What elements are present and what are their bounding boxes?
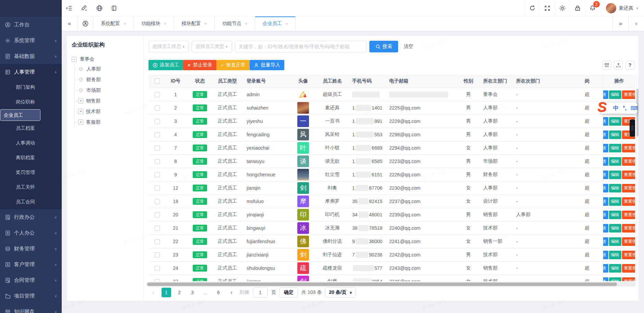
sidebar-subitem[interactable]: 人事调动 [0, 136, 62, 150]
tree-node-客服部[interactable]: +客服部 [74, 117, 139, 127]
ime-punct-button[interactable]: °, [623, 105, 627, 111]
lock-screen-button[interactable] [570, 0, 585, 16]
row-checkbox[interactable] [155, 279, 160, 281]
keyword-input[interactable] [235, 41, 367, 52]
action-恢复正常[interactable]: ✓恢复正常 [216, 60, 250, 70]
refresh-button[interactable] [525, 0, 540, 16]
fullscreen-button[interactable] [540, 0, 555, 16]
row-checkbox[interactable] [155, 199, 160, 204]
ime-keyboard-button[interactable]: ⌨ [631, 105, 638, 111]
edit-button[interactable]: 编辑 [609, 277, 621, 281]
expand-plus-icon[interactable]: + [78, 120, 83, 125]
employee-type-select[interactable]: 选择员工类型 ▼ [192, 41, 232, 52]
tabs-scroll-left-button[interactable]: « [62, 16, 77, 31]
sidebar-item-6[interactable]: 财务管理∨ [0, 241, 62, 256]
action-批量导入[interactable]: 批量导入 [250, 60, 284, 70]
sidebar-item-2[interactable]: 基础数据∨ [0, 48, 62, 64]
row-checkbox[interactable] [155, 146, 160, 151]
detail-button[interactable]: 详情 [603, 144, 608, 152]
row-checkbox[interactable] [155, 212, 160, 217]
tree-node-销售部[interactable]: +销售部 [74, 96, 139, 106]
ime-mode-button[interactable]: 中 [613, 105, 619, 112]
sidebar-subitem[interactable]: 部门架构 [0, 80, 62, 95]
tree-node-人事部[interactable]: 人事部 [74, 64, 139, 74]
row-checkbox[interactable] [155, 132, 160, 137]
action-添加员工[interactable]: 添加员工 [148, 60, 183, 70]
collapse-menu-icon[interactable] [62, 0, 77, 16]
page-size-select[interactable]: 20 条/页 ∨ [325, 287, 356, 298]
reset-password-button[interactable]: 重置密码 [622, 264, 635, 273]
sidebar-item-1[interactable]: 系统管理∨ [0, 33, 62, 48]
reset-password-button[interactable]: 重置密码 [622, 144, 635, 152]
detail-button[interactable]: 详情 [603, 157, 608, 166]
detail-button[interactable]: 详情 [603, 184, 608, 192]
goto-page-input[interactable] [253, 287, 268, 298]
edit-button[interactable]: 编辑 [609, 264, 621, 273]
edit-button[interactable]: 编辑 [609, 117, 621, 126]
next-page-button[interactable]: › [227, 288, 236, 297]
language-globe-icon[interactable] [92, 0, 107, 16]
help-icon-button[interactable]: ? [625, 61, 634, 70]
reset-password-button[interactable]: 重置密码 [622, 157, 635, 166]
reset-password-button[interactable]: 重置密码 [622, 171, 635, 179]
sidebar-item-3[interactable]: 人事管理∧ [0, 64, 62, 80]
row-checkbox[interactable] [155, 119, 160, 124]
theme-brush-icon[interactable]: A [77, 0, 92, 16]
reset-password-button[interactable]: 重置密码 [622, 237, 635, 246]
reset-password-button[interactable]: 重置密码 [622, 211, 635, 219]
tree-node-市场部[interactable]: 市场部 [74, 85, 139, 96]
edit-button[interactable]: 编辑 [609, 197, 621, 206]
tree-node-财务部[interactable]: 财务部 [74, 74, 139, 85]
row-checkbox[interactable] [155, 92, 160, 97]
reset-password-button[interactable]: 重置密码 [622, 224, 635, 233]
sidebar-item-7[interactable]: 客户管理∨ [0, 256, 62, 272]
sidebar-item-5[interactable]: 个人办公∨ [0, 225, 62, 241]
horizontal-scrollbar-thumb[interactable] [147, 283, 617, 286]
reset-password-button[interactable]: 重置密码 [622, 184, 635, 192]
user-menu[interactable]: 素还真 ∨ [600, 0, 644, 16]
edit-button[interactable]: 编辑 [609, 224, 621, 233]
sidebar-subitem[interactable]: 员工关怀 [0, 180, 62, 195]
sidebar-subitem[interactable]: 奖罚管理 [0, 165, 62, 180]
row-checkbox[interactable] [155, 186, 160, 191]
close-icon[interactable]: × [204, 21, 207, 26]
edit-button[interactable]: 编辑 [609, 184, 621, 192]
page-button-6[interactable]: 6 [214, 288, 223, 297]
home-tab-button[interactable] [77, 16, 93, 31]
tree-node-技术部[interactable]: +技术部 [74, 106, 139, 117]
detail-button[interactable]: 详情 [603, 130, 608, 139]
select-all-checkbox[interactable] [155, 78, 160, 84]
tab-系统配置[interactable]: 系统配置× [93, 16, 134, 31]
edit-button[interactable]: 编辑 [609, 144, 621, 152]
tabs-scroll-right-button[interactable]: » [612, 16, 628, 31]
row-checkbox[interactable] [155, 226, 160, 231]
detail-button[interactable]: 详情 [603, 277, 608, 281]
prev-page-button[interactable]: ‹ [148, 288, 158, 297]
tree-node-root[interactable]: −董事会 [72, 55, 139, 64]
sidebar-subitem[interactable]: 离职档案 [0, 150, 62, 165]
sidebar-subitem[interactable]: 员工合同 [0, 195, 62, 209]
reset-password-button[interactable]: 重置密码 [622, 251, 635, 259]
export-icon-button[interactable] [614, 61, 623, 70]
page-button-3[interactable]: 3 [188, 288, 197, 297]
sidebar-item-4[interactable]: 行政办公∨ [0, 209, 62, 225]
detail-button[interactable]: 详情 [603, 264, 608, 273]
sidebar-item-8[interactable]: 合同管理∨ [0, 272, 62, 288]
collapse-minus-icon[interactable]: − [72, 57, 77, 62]
floating-scroll-indicator[interactable] [630, 120, 635, 137]
detail-button[interactable]: 详情 [603, 90, 608, 99]
detail-button[interactable]: 详情 [603, 171, 608, 179]
detail-button[interactable]: 详情 [603, 237, 608, 246]
reset-password-button[interactable]: 重置密码 [622, 90, 635, 99]
notifications-button[interactable]: 2 [585, 0, 600, 16]
sidebar-subitem[interactable]: 岗位职称 [0, 95, 62, 109]
settings-button[interactable] [555, 0, 570, 16]
sidebar-item-10[interactable]: 知识网盘∨ [0, 304, 62, 313]
horizontal-scrollbar[interactable] [146, 282, 636, 287]
search-button[interactable]: 搜索 [369, 41, 398, 52]
edit-button[interactable]: 编辑 [609, 171, 621, 179]
sidebar-subitem[interactable]: 员工档案 [0, 121, 62, 136]
close-icon[interactable]: × [164, 21, 167, 26]
reset-password-button[interactable]: 重置密码 [622, 197, 635, 206]
tab-功能模块[interactable]: 功能模块× [134, 16, 174, 31]
